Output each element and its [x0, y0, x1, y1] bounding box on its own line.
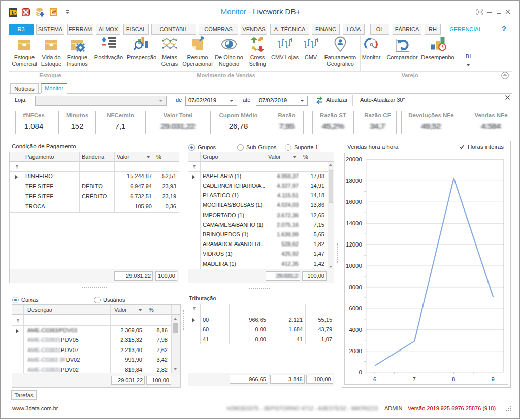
svg-text:14000: 14000 [346, 220, 362, 226]
svg-text:20000: 20000 [346, 156, 362, 162]
svg-text:4000: 4000 [349, 327, 362, 333]
svg-text:12000: 12000 [346, 241, 362, 248]
svg-text:10000: 10000 [346, 263, 362, 269]
svg-text:2000: 2000 [349, 348, 362, 354]
svg-text:9: 9 [492, 376, 495, 382]
svg-text:6: 6 [373, 376, 376, 382]
svg-text:6000: 6000 [349, 305, 362, 311]
svg-text:8: 8 [452, 376, 455, 382]
svg-text:18000: 18000 [346, 178, 362, 184]
svg-text:0: 0 [359, 369, 362, 375]
svg-text:8000: 8000 [349, 284, 362, 290]
svg-text:7: 7 [412, 376, 415, 382]
svg-text:16000: 16000 [346, 199, 362, 205]
